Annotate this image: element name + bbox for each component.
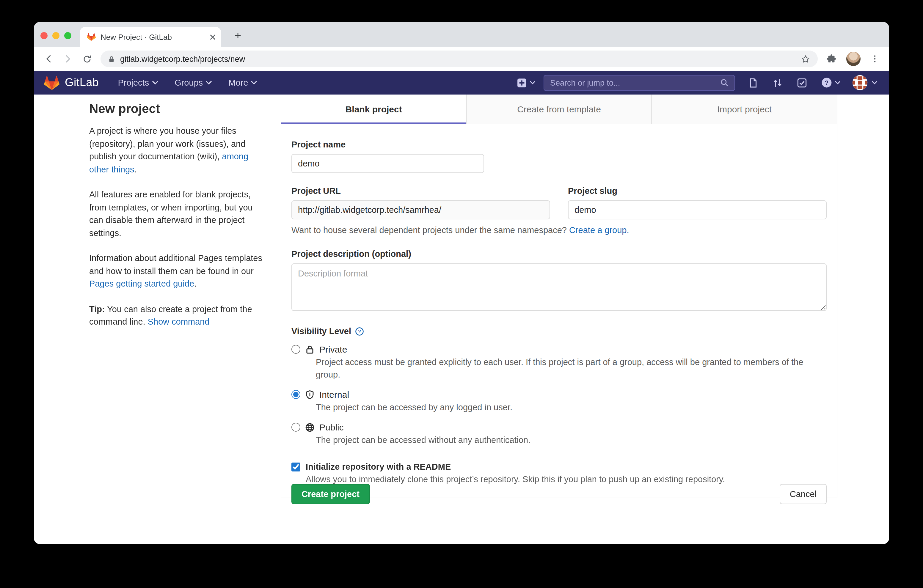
todos-icon[interactable] xyxy=(797,77,807,88)
back-arrow-icon xyxy=(43,54,54,64)
page-content: New project A project is where you house… xyxy=(34,95,889,544)
project-url-input[interactable] xyxy=(291,200,550,219)
internal-radio[interactable] xyxy=(291,390,301,399)
gitlab-nav-right: ? xyxy=(517,75,877,91)
project-description-input[interactable] xyxy=(291,263,827,311)
lock-icon xyxy=(108,55,115,63)
help-menu-button[interactable]: ? xyxy=(821,77,840,88)
gitlab-navbar: GitLab Projects Groups More xyxy=(34,71,889,95)
minimize-window-icon[interactable] xyxy=(53,32,59,39)
close-window-icon[interactable] xyxy=(41,32,48,39)
sidebar-paragraph: A project is where you house your files … xyxy=(89,125,263,176)
browser-profile-avatar[interactable] xyxy=(846,52,861,66)
globe-icon xyxy=(305,422,315,432)
tab-blank-project[interactable]: Blank project xyxy=(281,95,466,124)
tab-create-from-template[interactable]: Create from template xyxy=(466,95,651,124)
tab-import-project[interactable]: Import project xyxy=(652,95,837,124)
gitlab-nav-icons: ? xyxy=(748,77,840,88)
gitlab-nav-links: Projects Groups More xyxy=(118,78,257,87)
readme-section: Initialize repository with a README Allo… xyxy=(291,462,827,484)
reload-button[interactable] xyxy=(78,50,96,68)
browser-tabstrip: New Project · GitLab ✕ + xyxy=(34,22,889,47)
blank-project-form: Project name Project URL Project slug xyxy=(281,124,837,511)
chevron-down-icon xyxy=(835,81,840,84)
create-project-button[interactable]: Create project xyxy=(291,484,370,504)
brand-name: GitLab xyxy=(65,76,99,89)
readme-desc: Allows you to immediately clone this pro… xyxy=(305,475,827,484)
user-menu-button[interactable] xyxy=(852,75,877,90)
visibility-option-name: Internal xyxy=(319,389,349,399)
address-bar[interactable]: gitlab.widgetcorp.tech/projects/new xyxy=(100,51,818,67)
public-radio[interactable] xyxy=(291,423,301,432)
issues-icon[interactable] xyxy=(748,77,758,88)
bookmark-star-icon[interactable] xyxy=(800,54,811,64)
back-button[interactable] xyxy=(40,50,57,68)
project-name-input[interactable] xyxy=(291,154,484,173)
svg-text:?: ? xyxy=(825,79,829,86)
forward-button[interactable] xyxy=(59,50,77,68)
gitlab-tanuki-icon xyxy=(44,75,59,90)
new-menu-button[interactable] xyxy=(517,77,535,88)
browser-window: New Project · GitLab ✕ + gitlab.widgetc xyxy=(34,22,889,544)
page-title: New project xyxy=(89,102,263,116)
visibility-option-desc: The project can be accessed by any logge… xyxy=(316,401,827,414)
toolbar-extras xyxy=(826,52,880,66)
private-radio[interactable] xyxy=(291,345,301,354)
sidebar: New project A project is where you house… xyxy=(89,102,263,341)
extensions-puzzle-icon[interactable] xyxy=(826,54,837,64)
project-type-tabs: Blank project Create from template Impor… xyxy=(281,95,837,124)
gitlab-logo[interactable]: GitLab xyxy=(44,75,99,90)
nav-groups[interactable]: Groups xyxy=(174,78,212,87)
browser-toolbar: gitlab.widgetcorp.tech/projects/new xyxy=(34,47,889,71)
search-box[interactable] xyxy=(544,75,735,91)
chevron-down-icon xyxy=(152,81,158,84)
help-icon: ? xyxy=(821,77,832,88)
new-project-panel: Blank project Create from template Impor… xyxy=(281,95,838,498)
visibility-option-name: Public xyxy=(319,422,344,432)
project-slug-label: Project slug xyxy=(568,186,827,195)
reload-icon xyxy=(82,54,92,64)
search-input[interactable] xyxy=(550,78,720,87)
chevron-down-icon xyxy=(530,81,535,84)
forward-arrow-icon xyxy=(62,54,73,64)
nav-projects[interactable]: Projects xyxy=(118,78,158,87)
chevron-down-icon xyxy=(872,81,877,84)
sidebar-paragraph: All features are enabled for blank proje… xyxy=(89,189,263,240)
cancel-button[interactable]: Cancel xyxy=(780,484,827,504)
chevron-down-icon xyxy=(251,81,257,84)
visibility-option-private: Private Project access must be granted e… xyxy=(291,344,827,381)
search-icon xyxy=(720,79,729,87)
zoom-window-icon[interactable] xyxy=(64,32,71,39)
browser-tab[interactable]: New Project · GitLab ✕ xyxy=(80,27,221,47)
pages-guide-link[interactable]: Pages getting started guide xyxy=(89,279,194,288)
plus-square-icon xyxy=(517,77,527,88)
sidebar-paragraph: Information about additional Pages templ… xyxy=(89,252,263,291)
readme-checkbox[interactable] xyxy=(291,462,301,471)
visibility-level-label: Visibility Level ? xyxy=(291,327,827,336)
create-group-link[interactable]: Create a group. xyxy=(569,225,629,235)
browser-menu-kebab-icon[interactable] xyxy=(870,54,880,64)
visibility-option-public: Public The project can be accessed witho… xyxy=(291,422,827,447)
visibility-help-icon[interactable]: ? xyxy=(355,327,364,336)
svg-text:?: ? xyxy=(358,329,361,334)
visibility-option-internal: Internal The project can be accessed by … xyxy=(291,389,827,414)
gitlab-favicon xyxy=(87,33,96,41)
tab-close-icon[interactable]: ✕ xyxy=(209,33,217,41)
merge-requests-icon[interactable] xyxy=(772,77,783,88)
new-tab-button[interactable]: + xyxy=(230,28,246,43)
project-name-label: Project name xyxy=(291,140,827,149)
visibility-option-name: Private xyxy=(319,344,347,354)
chevron-down-icon xyxy=(206,81,212,84)
shield-icon xyxy=(305,390,315,399)
screen: New Project · GitLab ✕ + gitlab.widgetc xyxy=(0,0,923,588)
project-description-label: Project description (optional) xyxy=(291,249,827,259)
project-slug-input[interactable] xyxy=(568,200,827,219)
form-actions: Create project Cancel xyxy=(291,484,827,504)
url-text: gitlab.widgetcorp.tech/projects/new xyxy=(120,54,796,63)
readme-label: Initialize repository with a README xyxy=(305,462,451,471)
visibility-option-desc: Project access must be granted explicitl… xyxy=(316,356,827,381)
nav-more[interactable]: More xyxy=(228,78,257,87)
show-command-link[interactable]: Show command xyxy=(148,317,210,327)
namespace-hint: Want to house several dependent projects… xyxy=(291,225,827,235)
visibility-option-desc: The project can be accessed without any … xyxy=(316,434,827,447)
